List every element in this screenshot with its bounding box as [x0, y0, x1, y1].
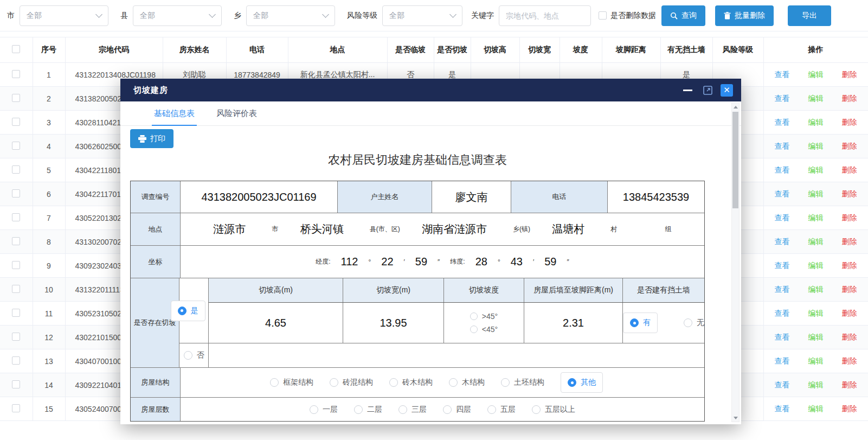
row-checkbox[interactable] [12, 142, 20, 150]
delete-link[interactable]: 删除 [842, 404, 857, 414]
edit-link[interactable]: 编辑 [808, 94, 824, 104]
view-link[interactable]: 查看 [775, 333, 790, 342]
row-checkbox[interactable] [12, 261, 20, 269]
close-icon[interactable]: ✕ [721, 84, 733, 97]
edit-link[interactable]: 编辑 [808, 356, 824, 366]
delete-data-checkbox[interactable] [599, 11, 607, 20]
delete-link[interactable]: 删除 [842, 261, 857, 271]
row-checkbox[interactable] [12, 165, 20, 174]
view-link[interactable]: 查看 [775, 261, 790, 271]
view-link[interactable]: 查看 [775, 356, 790, 366]
row-checkbox[interactable] [12, 356, 20, 365]
delete-link[interactable]: 删除 [842, 237, 857, 247]
delete-link[interactable]: 删除 [842, 70, 857, 80]
wall-yes-radio[interactable]: 有 [623, 313, 658, 333]
delete-link[interactable]: 删除 [842, 285, 857, 295]
edit-link[interactable]: 编辑 [808, 70, 824, 80]
delete-link[interactable]: 删除 [842, 333, 857, 342]
edit-link[interactable]: 编辑 [808, 380, 824, 390]
view-link[interactable]: 查看 [775, 404, 790, 414]
floors-2-radio[interactable]: 二层 [354, 405, 382, 415]
edit-link[interactable]: 编辑 [808, 189, 824, 199]
slope-lt45-radio[interactable]: <45° [470, 325, 498, 334]
view-link[interactable]: 查看 [775, 165, 790, 175]
edit-link[interactable]: 编辑 [808, 261, 824, 271]
row-checkbox[interactable] [12, 285, 20, 293]
search-button[interactable]: 查询 [661, 5, 705, 26]
edit-link[interactable]: 编辑 [808, 118, 824, 127]
structure-frame-radio[interactable]: 框架结构 [270, 378, 313, 387]
view-link[interactable]: 查看 [775, 70, 790, 80]
floors-5-radio[interactable]: 五层 [487, 405, 516, 415]
county-select[interactable]: 全部 [133, 5, 222, 26]
edit-link[interactable]: 编辑 [808, 333, 824, 342]
row-checkbox[interactable] [12, 70, 20, 78]
cut-slope-no-radio[interactable]: 否 [184, 350, 204, 360]
floors-3-radio[interactable]: 三层 [398, 405, 427, 415]
edit-link[interactable]: 编辑 [808, 213, 824, 223]
delete-link[interactable]: 删除 [842, 189, 857, 199]
view-link[interactable]: 查看 [775, 237, 790, 247]
structure-adobe-radio[interactable]: 土坯结构 [501, 378, 544, 387]
delete-link[interactable]: 删除 [842, 380, 857, 390]
edit-link[interactable]: 编辑 [808, 237, 824, 247]
delete-link[interactable]: 删除 [842, 356, 857, 366]
structure-brick-concrete-radio[interactable]: 砖混结构 [330, 378, 373, 387]
floors-1-radio[interactable]: 一层 [310, 405, 338, 415]
wall-no-radio[interactable]: 无 [684, 313, 704, 333]
export-button[interactable]: 导出 [788, 5, 831, 26]
delete-link[interactable]: 删除 [842, 165, 857, 175]
print-button[interactable]: 打印 [130, 129, 173, 148]
keyword-input[interactable] [499, 5, 591, 26]
edit-link[interactable]: 编辑 [808, 309, 824, 318]
edit-link[interactable]: 编辑 [808, 165, 824, 175]
delete-link[interactable]: 删除 [842, 118, 857, 127]
row-checkbox[interactable] [12, 333, 20, 341]
longitude-deg: 112 [341, 256, 358, 268]
delete-link[interactable]: 删除 [842, 142, 857, 151]
risk-level-select[interactable]: 全部 [382, 5, 462, 26]
select-all-checkbox[interactable] [12, 45, 20, 53]
trash-icon [724, 12, 731, 20]
batch-delete-button[interactable]: 批量删除 [715, 5, 774, 26]
tab-basic-info[interactable]: 基础信息表 [154, 101, 195, 125]
delete-link[interactable]: 删除 [842, 213, 857, 223]
delete-link[interactable]: 删除 [842, 94, 857, 104]
view-link[interactable]: 查看 [775, 118, 790, 127]
minimize-icon[interactable] [683, 90, 692, 91]
row-checkbox[interactable] [12, 237, 20, 245]
township-select[interactable]: 全部 [246, 5, 335, 26]
structure-wood-radio[interactable]: 木结构 [449, 378, 485, 387]
slope-gt45-radio[interactable]: >45° [470, 312, 498, 321]
edit-link[interactable]: 编辑 [808, 404, 824, 414]
view-link[interactable]: 查看 [775, 142, 790, 151]
floors-4-radio[interactable]: 四层 [443, 405, 471, 415]
maximize-icon[interactable] [703, 86, 712, 95]
view-link[interactable]: 查看 [775, 189, 790, 199]
row-checkbox[interactable] [12, 213, 20, 221]
view-link[interactable]: 查看 [775, 309, 790, 318]
edit-link[interactable]: 编辑 [808, 285, 824, 295]
scroll-up-arrow[interactable] [732, 103, 739, 111]
row-checkbox[interactable] [12, 189, 20, 197]
row-checkbox[interactable] [12, 404, 20, 412]
row-checkbox[interactable] [12, 118, 20, 126]
scrollbar-thumb[interactable] [732, 112, 738, 208]
structure-brick-wood-radio[interactable]: 砖木结构 [389, 378, 433, 387]
floors-5plus-radio[interactable]: 五层以上 [532, 405, 575, 415]
view-link[interactable]: 查看 [775, 213, 790, 223]
row-checkbox[interactable] [12, 380, 20, 388]
view-link[interactable]: 查看 [775, 94, 790, 104]
tab-risk-evaluation[interactable]: 风险评价表 [216, 101, 257, 125]
cut-slope-yes-radio[interactable]: 是 [171, 301, 205, 321]
structure-other-radio[interactable]: 其他 [561, 372, 603, 393]
scroll-down-arrow[interactable] [732, 414, 739, 422]
view-link[interactable]: 查看 [775, 380, 790, 390]
modal-scrollbar[interactable] [731, 103, 740, 422]
view-link[interactable]: 查看 [775, 285, 790, 295]
row-checkbox[interactable] [12, 309, 20, 317]
edit-link[interactable]: 编辑 [808, 142, 824, 151]
row-checkbox[interactable] [12, 94, 20, 102]
delete-link[interactable]: 删除 [842, 309, 857, 318]
city-select[interactable]: 全部 [20, 5, 108, 26]
